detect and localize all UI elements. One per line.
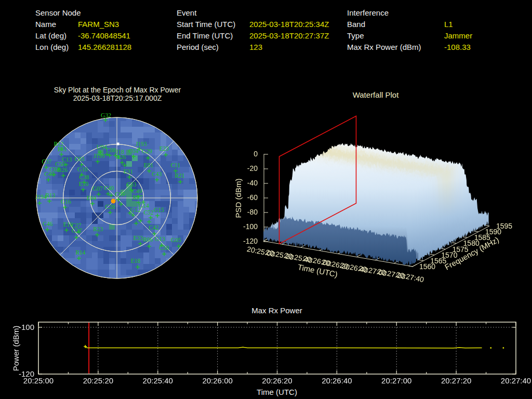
satellite-label: E33 <box>134 235 143 241</box>
waterfall-plot-canvas <box>218 103 532 292</box>
satellite-label: G07 <box>92 185 103 192</box>
satellite-label: C38 <box>79 174 89 180</box>
sky-plot-title: Sky Plot at the Epoch of Max Rx Power <box>24 86 211 94</box>
highlight-square-marker <box>117 143 119 145</box>
satellite-label: R21 <box>175 172 184 179</box>
satellite-label: C43 <box>152 171 162 177</box>
satellite-label: J194 <box>35 194 47 200</box>
power-x-tick-label: 20:26:00 <box>194 376 241 385</box>
satellite-label: G16 <box>61 198 71 205</box>
satellite-label: U94 <box>97 144 107 150</box>
waterfall-freq-tick-label: 1595 <box>496 222 512 230</box>
power-x-tick-label: 20:25:40 <box>135 376 181 385</box>
interference-title: Interference <box>347 8 389 17</box>
lat-value: -36.740848541 <box>78 31 130 40</box>
satellite-label: E01 <box>144 162 154 168</box>
power-x-tick-label: 20:26:20 <box>254 376 301 385</box>
satellite-label: G13 <box>155 236 165 242</box>
max-rx-power-label: Max Rx Power (dBm) <box>347 43 421 51</box>
end-time-label: End Time (UTC) <box>177 31 233 40</box>
power-xaxis-label: Time (UTC) <box>246 388 308 396</box>
waterfall-psd-tick-label: 0 <box>227 150 258 158</box>
name-value: FARM_SN3 <box>78 20 119 29</box>
satellite-label: R07 <box>132 194 142 201</box>
satellite-label: R23 <box>93 226 103 232</box>
interference-source-marker <box>111 199 116 204</box>
period-label: Period (sec) <box>177 43 219 51</box>
type-value: Jammer <box>444 31 472 40</box>
power-x-tick-label: 20:26:40 <box>313 376 360 385</box>
satellite-label: G10 <box>77 166 88 172</box>
satellite-label: C05 <box>115 191 125 197</box>
start-time-label: Start Time (UTC) <box>177 20 235 29</box>
lon-value: 145.266281128 <box>78 43 131 51</box>
lat-label: Lat (deg) <box>35 31 66 40</box>
power-x-tick-label: 20:27:00 <box>373 376 420 385</box>
satellite-label: C40 <box>104 185 114 191</box>
period-value: 123 <box>249 43 262 51</box>
satellite-label: G26 <box>57 167 68 173</box>
satellite-label: G29 <box>142 148 152 154</box>
satellite-label: E23 <box>159 145 169 152</box>
satellite-label: C49 <box>132 188 142 194</box>
power-x-tick-label: 20:27:20 <box>433 376 480 385</box>
satellite-label: G12 <box>130 207 141 213</box>
lon-label: Lon (deg) <box>35 43 69 51</box>
power-plot-title: Max Rx Power <box>225 306 329 315</box>
power-yaxis-label: Power (dBm) <box>11 320 20 377</box>
name-label: Name <box>35 20 56 29</box>
satellite-label: E04 <box>87 195 97 201</box>
event-title: Event <box>177 8 196 17</box>
satellite-label: E18 <box>131 258 141 264</box>
satellite-label: R06 <box>143 236 153 243</box>
satellite-label: C50 <box>159 245 169 251</box>
waterfall-zaxis-label: PSD (dBm) <box>234 167 243 230</box>
power-plot-canvas <box>29 317 527 378</box>
satellite-label: G05 <box>171 237 181 243</box>
satellite-label: C08 <box>106 147 116 153</box>
type-label: Type <box>347 31 364 40</box>
satellite-label: R13 <box>45 192 55 198</box>
waterfall-psd-tick-label: -120 <box>227 237 258 245</box>
satellite-label: G27 <box>72 228 82 234</box>
power-x-tick-label: 20:27:40 <box>493 376 532 385</box>
max-rx-power-value: -108.33 <box>444 43 471 51</box>
waterfall-title: Waterfall Plot <box>282 90 469 99</box>
sky-plot: G32R12E11C37C13C50C02G26C40C03G10C38E10U… <box>23 104 210 291</box>
start-time-value: 2025-03-18T20:25:34Z <box>249 20 329 29</box>
end-time-value: 2025-03-18T20:27:37Z <box>249 31 329 40</box>
satellite-label: J199 <box>94 153 105 159</box>
power-x-tick-label: 20:25:20 <box>75 376 122 385</box>
satellite-label: C37 <box>42 158 51 165</box>
band-value: L1 <box>444 20 453 29</box>
satellite-label: G32 <box>101 112 111 118</box>
satellite-label: C52 <box>143 209 153 216</box>
satellite-label: R26 <box>116 154 126 160</box>
satellite-label: E11 <box>58 146 67 152</box>
band-label: Band <box>347 20 365 29</box>
satellite-label: E31 <box>124 168 134 175</box>
satellite-label: C42 <box>149 224 158 231</box>
satellite-label: R14 <box>75 249 85 256</box>
satellite-label: C03 <box>74 156 84 162</box>
satellite-label: C40 <box>44 171 54 177</box>
sky-plot-subtitle: 2025-03-18T20:25:17.000Z <box>24 94 211 102</box>
satellite-label: C33 <box>126 181 136 188</box>
sensor-node-title: Sensor Node <box>35 8 81 17</box>
gnss-interference-dashboard: Sensor Node Name FARM_SN3 Lat (deg) -36.… <box>0 0 532 399</box>
satellite-label: C46 <box>43 221 52 227</box>
satellite-label: C28 <box>105 204 115 210</box>
satellite-label: C04 <box>128 148 138 154</box>
satellite-label: G15 <box>154 207 164 213</box>
satellite-label: J193 <box>136 141 147 147</box>
satellite-label: E10 <box>79 181 89 187</box>
satellite-label: C11 <box>171 162 181 168</box>
